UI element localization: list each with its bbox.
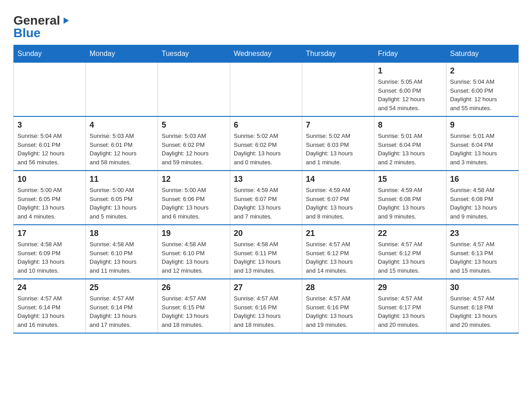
day-number: 8: [378, 120, 442, 130]
calendar-cell: 13Sunrise: 4:59 AMSunset: 6:07 PMDayligh…: [230, 171, 302, 225]
day-number: 26: [162, 283, 226, 292]
day-number: 2: [450, 66, 515, 76]
day-info: Sunrise: 5:01 AMSunset: 6:04 PMDaylight:…: [450, 132, 515, 167]
day-info: Sunrise: 4:57 AMSunset: 6:14 PMDaylight:…: [90, 294, 154, 329]
logo-blue-text: Blue: [13, 26, 41, 40]
calendar-cell: 22Sunrise: 4:57 AMSunset: 6:12 PMDayligh…: [374, 225, 446, 279]
calendar-cell: 8Sunrise: 5:01 AMSunset: 6:04 PMDaylight…: [374, 116, 446, 171]
calendar-cell: 16Sunrise: 4:58 AMSunset: 6:08 PMDayligh…: [446, 171, 519, 225]
calendar-cell: 12Sunrise: 5:00 AMSunset: 6:06 PMDayligh…: [158, 171, 230, 225]
day-info: Sunrise: 4:57 AMSunset: 6:12 PMDaylight:…: [378, 240, 442, 275]
day-number: 17: [17, 229, 82, 238]
calendar-cell: 18Sunrise: 4:58 AMSunset: 6:10 PMDayligh…: [86, 225, 158, 279]
day-number: 27: [234, 283, 298, 292]
calendar-cell: [158, 63, 230, 117]
calendar-cell: 6Sunrise: 5:02 AMSunset: 6:02 PMDaylight…: [230, 116, 302, 171]
day-info: Sunrise: 5:02 AMSunset: 6:02 PMDaylight:…: [234, 132, 298, 167]
day-info: Sunrise: 5:00 AMSunset: 6:06 PMDaylight:…: [162, 186, 226, 221]
day-info: Sunrise: 4:57 AMSunset: 6:17 PMDaylight:…: [378, 294, 442, 329]
day-number: 12: [162, 175, 226, 184]
calendar-cell: [86, 63, 158, 117]
calendar-week-row: 17Sunrise: 4:58 AMSunset: 6:09 PMDayligh…: [14, 225, 519, 279]
calendar-cell: 10Sunrise: 5:00 AMSunset: 6:05 PMDayligh…: [14, 171, 86, 225]
weekday-header-sunday: Sunday: [14, 45, 86, 63]
day-number: 22: [378, 229, 442, 238]
calendar-cell: 23Sunrise: 4:57 AMSunset: 6:13 PMDayligh…: [446, 225, 519, 279]
day-info: Sunrise: 5:02 AMSunset: 6:03 PMDaylight:…: [306, 132, 370, 167]
day-info: Sunrise: 5:05 AMSunset: 6:00 PMDaylight:…: [378, 77, 442, 112]
calendar-week-row: 3Sunrise: 5:04 AMSunset: 6:01 PMDaylight…: [14, 116, 519, 171]
calendar-cell: 2Sunrise: 5:04 AMSunset: 6:00 PMDaylight…: [446, 63, 519, 117]
day-info: Sunrise: 4:59 AMSunset: 6:07 PMDaylight:…: [234, 186, 298, 221]
day-number: 19: [162, 229, 226, 238]
calendar-cell: 21Sunrise: 4:57 AMSunset: 6:12 PMDayligh…: [302, 225, 374, 279]
day-number: 29: [378, 283, 442, 292]
weekday-header-saturday: Saturday: [446, 45, 519, 63]
calendar-week-row: 24Sunrise: 4:57 AMSunset: 6:14 PMDayligh…: [14, 279, 519, 333]
day-number: 18: [90, 229, 154, 238]
calendar-cell: 27Sunrise: 4:57 AMSunset: 6:16 PMDayligh…: [230, 279, 302, 333]
logo-arrow-icon: [62, 17, 70, 26]
calendar-body: 1Sunrise: 5:05 AMSunset: 6:00 PMDaylight…: [14, 63, 519, 334]
day-number: 7: [306, 120, 370, 130]
calendar-cell: 25Sunrise: 4:57 AMSunset: 6:14 PMDayligh…: [86, 279, 158, 333]
calendar-header: SundayMondayTuesdayWednesdayThursdayFrid…: [14, 45, 519, 63]
calendar-cell: 30Sunrise: 4:57 AMSunset: 6:18 PMDayligh…: [446, 279, 519, 333]
calendar-cell: 17Sunrise: 4:58 AMSunset: 6:09 PMDayligh…: [14, 225, 86, 279]
calendar-cell: 14Sunrise: 4:59 AMSunset: 6:07 PMDayligh…: [302, 171, 374, 225]
day-number: 13: [234, 175, 298, 184]
day-number: 16: [450, 175, 515, 184]
day-info: Sunrise: 5:01 AMSunset: 6:04 PMDaylight:…: [378, 132, 442, 167]
weekday-header-monday: Monday: [86, 45, 158, 63]
logo: General Blue: [13, 13, 70, 40]
weekday-header-friday: Friday: [374, 45, 446, 63]
day-info: Sunrise: 4:58 AMSunset: 6:08 PMDaylight:…: [450, 186, 515, 221]
calendar-cell: [302, 63, 374, 117]
day-number: 10: [17, 175, 82, 184]
day-info: Sunrise: 4:57 AMSunset: 6:18 PMDaylight:…: [450, 294, 515, 329]
calendar-cell: 4Sunrise: 5:03 AMSunset: 6:01 PMDaylight…: [86, 116, 158, 171]
day-number: 6: [234, 120, 298, 130]
day-info: Sunrise: 5:04 AMSunset: 6:01 PMDaylight:…: [17, 132, 82, 167]
day-number: 11: [90, 175, 154, 184]
calendar-cell: 5Sunrise: 5:03 AMSunset: 6:02 PMDaylight…: [158, 116, 230, 171]
day-number: 25: [90, 283, 154, 292]
day-info: Sunrise: 4:57 AMSunset: 6:16 PMDaylight:…: [306, 294, 370, 329]
day-number: 1: [378, 66, 442, 76]
calendar-week-row: 10Sunrise: 5:00 AMSunset: 6:05 PMDayligh…: [14, 171, 519, 225]
day-number: 14: [306, 175, 370, 184]
calendar-cell: 28Sunrise: 4:57 AMSunset: 6:16 PMDayligh…: [302, 279, 374, 333]
day-info: Sunrise: 5:03 AMSunset: 6:01 PMDaylight:…: [90, 132, 154, 167]
day-info: Sunrise: 4:59 AMSunset: 6:08 PMDaylight:…: [378, 186, 442, 221]
day-info: Sunrise: 5:00 AMSunset: 6:05 PMDaylight:…: [17, 186, 82, 221]
weekday-header-tuesday: Tuesday: [158, 45, 230, 63]
calendar-cell: 11Sunrise: 5:00 AMSunset: 6:05 PMDayligh…: [86, 171, 158, 225]
calendar-cell: 1Sunrise: 5:05 AMSunset: 6:00 PMDaylight…: [374, 63, 446, 117]
calendar-cell: 29Sunrise: 4:57 AMSunset: 6:17 PMDayligh…: [374, 279, 446, 333]
calendar-table: SundayMondayTuesdayWednesdayThursdayFrid…: [13, 45, 519, 334]
day-number: 4: [90, 120, 154, 130]
day-number: 23: [450, 229, 515, 238]
day-info: Sunrise: 4:57 AMSunset: 6:12 PMDaylight:…: [306, 240, 370, 275]
day-info: Sunrise: 4:57 AMSunset: 6:14 PMDaylight:…: [17, 294, 82, 329]
day-number: 5: [162, 120, 226, 130]
weekday-header-wednesday: Wednesday: [230, 45, 302, 63]
svg-marker-0: [64, 17, 69, 24]
day-number: 28: [306, 283, 370, 292]
day-info: Sunrise: 4:58 AMSunset: 6:10 PMDaylight:…: [90, 240, 154, 275]
weekday-header-thursday: Thursday: [302, 45, 374, 63]
day-info: Sunrise: 4:57 AMSunset: 6:15 PMDaylight:…: [162, 294, 226, 329]
day-number: 3: [17, 120, 82, 130]
calendar-cell: 20Sunrise: 4:58 AMSunset: 6:11 PMDayligh…: [230, 225, 302, 279]
day-info: Sunrise: 4:59 AMSunset: 6:07 PMDaylight:…: [306, 186, 370, 221]
calendar-cell: 24Sunrise: 4:57 AMSunset: 6:14 PMDayligh…: [14, 279, 86, 333]
day-info: Sunrise: 5:04 AMSunset: 6:00 PMDaylight:…: [450, 77, 515, 112]
calendar-cell: 26Sunrise: 4:57 AMSunset: 6:15 PMDayligh…: [158, 279, 230, 333]
calendar-week-row: 1Sunrise: 5:05 AMSunset: 6:00 PMDaylight…: [14, 63, 519, 117]
calendar-cell: 7Sunrise: 5:02 AMSunset: 6:03 PMDaylight…: [302, 116, 374, 171]
day-info: Sunrise: 4:58 AMSunset: 6:10 PMDaylight:…: [162, 240, 226, 275]
day-number: 9: [450, 120, 515, 130]
weekday-header-row: SundayMondayTuesdayWednesdayThursdayFrid…: [14, 45, 519, 63]
day-info: Sunrise: 4:57 AMSunset: 6:16 PMDaylight:…: [234, 294, 298, 329]
calendar-cell: 3Sunrise: 5:04 AMSunset: 6:01 PMDaylight…: [14, 116, 86, 171]
